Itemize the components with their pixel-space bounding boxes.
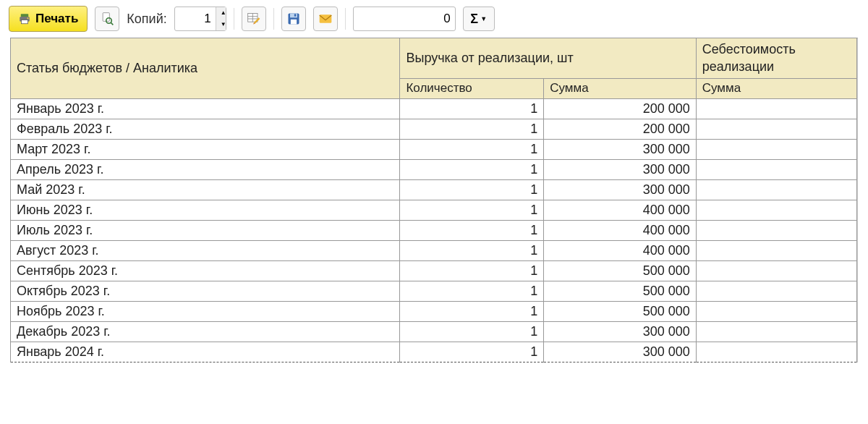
svg-rect-12 [290, 14, 297, 18]
svg-line-6 [111, 22, 113, 25]
cell-cost [696, 139, 856, 159]
subheader-sum: Сумма [544, 78, 697, 98]
svg-rect-2 [22, 20, 28, 24]
toolbar: Печать Копий: ▲ ▼ [0, 0, 868, 38]
cell-sum: 200 000 [544, 119, 697, 139]
table-row[interactable]: Июнь 2023 г.1400 000 [11, 200, 857, 220]
cell-sum: 300 000 [544, 342, 697, 362]
cell-sum: 500 000 [544, 301, 697, 321]
cell-cost [696, 321, 856, 342]
cell-qty: 1 [400, 179, 544, 200]
cell-sum: 400 000 [544, 200, 697, 220]
page-magnify-icon [100, 12, 114, 26]
cell-label: Январь 2023 г. [11, 98, 400, 119]
save-button[interactable] [281, 7, 306, 31]
cell-sum: 300 000 [544, 139, 697, 159]
header-budget: Статья бюджетов / Аналитика [11, 38, 400, 98]
cell-qty: 1 [400, 240, 544, 260]
table-row[interactable]: Январь 2023 г.1200 000 [11, 98, 857, 119]
cell-sum: 500 000 [544, 281, 697, 301]
table-row[interactable]: Февраль 2023 г.1200 000 [11, 119, 857, 139]
cell-label: Сентябрь 2023 г. [11, 260, 400, 281]
separator [234, 8, 234, 30]
cell-label: Август 2023 г. [11, 240, 400, 260]
cell-label: Июнь 2023 г. [11, 200, 400, 220]
copies-spinner: ▲ ▼ [216, 7, 226, 30]
copies-label: Копий: [127, 12, 166, 27]
header-cost: Себестоимость реализации [696, 38, 856, 78]
table-row[interactable]: Май 2023 г.1300 000 [11, 179, 857, 200]
svg-rect-14 [294, 14, 297, 16]
second-number-field[interactable] [353, 7, 456, 31]
copies-field[interactable]: ▲ ▼ [174, 7, 226, 31]
cell-qty: 1 [400, 119, 544, 139]
cell-cost [696, 159, 856, 179]
cell-sum: 500 000 [544, 260, 697, 281]
cell-qty: 1 [400, 139, 544, 159]
cell-cost [696, 342, 856, 362]
cell-cost [696, 119, 856, 139]
subheader-qty: Количество [400, 78, 544, 98]
table-row[interactable]: Август 2023 г.1400 000 [11, 240, 857, 260]
cell-cost [696, 301, 856, 321]
cell-qty: 1 [400, 321, 544, 342]
cell-sum: 300 000 [544, 179, 697, 200]
sigma-dropdown-button[interactable]: Σ ▼ [463, 7, 495, 31]
copies-down-button[interactable]: ▼ [216, 19, 226, 30]
cell-cost [696, 98, 856, 119]
print-button[interactable]: Печать [9, 6, 88, 32]
cell-qty: 1 [400, 342, 544, 362]
separator [345, 8, 346, 30]
header-revenue: Выручка от реализации, шт [400, 38, 696, 78]
report-table: Статья бюджетов / Аналитика Выручка от р… [11, 38, 857, 362]
table-row[interactable]: Декабрь 2023 г.1300 000 [11, 321, 857, 342]
table-settings-button[interactable] [242, 7, 266, 31]
cell-sum: 400 000 [544, 240, 697, 260]
second-number-input[interactable] [354, 7, 455, 30]
cell-qty: 1 [400, 281, 544, 301]
separator [273, 8, 274, 30]
cell-sum: 300 000 [544, 159, 697, 179]
cell-label: Декабрь 2023 г. [11, 321, 400, 342]
subheader-cost-sum: Сумма [696, 78, 856, 98]
envelope-icon [318, 12, 333, 26]
cell-label: Октябрь 2023 г. [11, 281, 400, 301]
preview-button[interactable] [95, 7, 119, 31]
table-row[interactable]: Июль 2023 г.1400 000 [11, 220, 857, 240]
table-row[interactable]: Январь 2024 г.1300 000 [11, 342, 857, 362]
cell-label: Май 2023 г. [11, 179, 400, 200]
printer-icon [18, 12, 31, 25]
cell-label: Январь 2024 г. [11, 342, 400, 362]
table-row[interactable]: Апрель 2023 г.1300 000 [11, 159, 857, 179]
cell-qty: 1 [400, 200, 544, 220]
table-row[interactable]: Март 2023 г.1300 000 [11, 139, 857, 159]
cell-cost [696, 200, 856, 220]
cell-label: Июль 2023 г. [11, 220, 400, 240]
copies-input[interactable] [175, 7, 216, 30]
cell-label: Апрель 2023 г. [11, 159, 400, 179]
cell-qty: 1 [400, 301, 544, 321]
table-row[interactable]: Сентябрь 2023 г.1500 000 [11, 260, 857, 281]
cell-cost [696, 281, 856, 301]
sigma-icon: Σ [470, 12, 478, 27]
cell-cost [696, 260, 856, 281]
floppy-icon [286, 12, 301, 26]
cell-qty: 1 [400, 98, 544, 119]
cell-sum: 200 000 [544, 98, 697, 119]
cell-cost [696, 179, 856, 200]
table-row[interactable]: Ноябрь 2023 г.1500 000 [11, 301, 857, 321]
table-row[interactable]: Октябрь 2023 г.1500 000 [11, 281, 857, 301]
print-button-label: Печать [35, 12, 78, 26]
report-table-wrap: Статья бюджетов / Аналитика Выручка от р… [10, 38, 858, 362]
svg-point-3 [27, 17, 29, 19]
cell-qty: 1 [400, 260, 544, 281]
send-mail-button[interactable] [313, 7, 338, 31]
chevron-down-icon: ▼ [480, 15, 487, 22]
cell-qty: 1 [400, 159, 544, 179]
cell-label: Февраль 2023 г. [11, 119, 400, 139]
cell-cost [696, 220, 856, 240]
cell-qty: 1 [400, 220, 544, 240]
copies-up-button[interactable]: ▲ [216, 7, 226, 19]
table-pencil-icon [247, 12, 261, 26]
cell-cost [696, 240, 856, 260]
